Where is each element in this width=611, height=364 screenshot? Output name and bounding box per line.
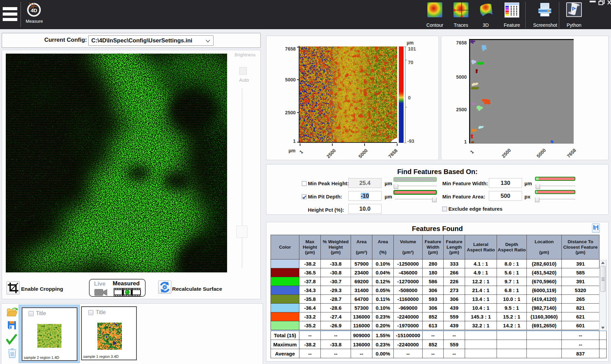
svg-text:4D: 4D <box>31 7 37 13</box>
